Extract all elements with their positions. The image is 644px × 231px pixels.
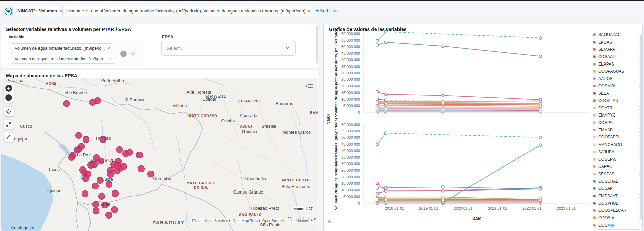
attribution-link[interactable]: OpenStreetMap contributors	[262, 219, 309, 223]
variable-label: Variable	[9, 35, 24, 40]
legend-item-cosaalt[interactable]: COSAALT	[593, 53, 642, 60]
map-zoom-level: zoom: 4.27	[292, 206, 314, 211]
map-svg[interactable]: PucallpaPorto VelhoRio BrancoJi-ParanáAl…	[1, 78, 318, 231]
legend-color-dot	[593, 77, 596, 80]
panel-scrollbar[interactable]	[316, 26, 318, 63]
y-tick-label: 15 000 000	[341, 91, 360, 95]
map-label-city: Ribeirão Preto	[251, 206, 279, 211]
epsa-dot	[114, 168, 120, 174]
map-label-country: BRAZIL	[205, 93, 227, 99]
epsa-dot	[69, 154, 75, 161]
variable-pill-1[interactable]: Volumen de agua potable facturado, (m3/p…	[11, 43, 113, 53]
legend-item-coopaguas[interactable]: COOPAGUAS	[593, 68, 642, 75]
legend-item-coopappi[interactable]: COOPAPPI	[593, 134, 642, 141]
legend-item-manchaco[interactable]: MANCHACO	[593, 141, 642, 148]
selector-panel-title: Selector variables relativas a volumen p…	[6, 27, 131, 32]
legend-item-cosmin[interactable]: COSMIN	[593, 222, 642, 228]
series-line	[377, 133, 386, 144]
legend-item-elapas[interactable]: ELAPAS	[593, 60, 642, 68]
map-label-state: MATO GROSSO	[188, 114, 217, 118]
variable-pill-2[interactable]: Volumen de aguas residuales tratadas, (m…	[11, 54, 115, 64]
legend-item-coatri[interactable]: COATRI	[593, 104, 642, 112]
dashboard: ININCAT1: Volumen × ininname: is one of …	[0, 0, 644, 231]
legend-item-menu-icon[interactable]	[638, 223, 642, 228]
legend-item-cosphul[interactable]: COSPHUL	[593, 200, 642, 207]
y-tick-label: 10 000 000	[341, 97, 360, 101]
legend-item-sajuba[interactable]: SAJUBA	[593, 148, 642, 156]
x-tick-label: 2019-01-01	[419, 206, 438, 210]
legend-item-coospelcar[interactable]: COOSPELCAR	[593, 207, 642, 214]
map-attribution[interactable]: Elastic Maps Service, OpenMapTiles, Open…	[191, 218, 314, 223]
y-tick-label: 35 000 000	[341, 65, 360, 69]
legend-toggle-button[interactable]	[326, 219, 332, 225]
y-tick-label: 35 000 000	[341, 155, 360, 159]
add-filter-button[interactable]: + Add filter	[316, 8, 338, 13]
draw-tools-button[interactable]	[4, 132, 14, 142]
legend-item-label: COSAALT	[598, 54, 637, 59]
legend-item-seapas[interactable]: SEAPAS	[593, 170, 642, 178]
locate-button[interactable]	[4, 107, 14, 116]
crosshair-icon	[6, 108, 12, 114]
clear-all-icon[interactable]: ×	[120, 51, 127, 57]
series-line	[377, 107, 541, 108]
close-icon[interactable]: ×	[308, 8, 311, 14]
filter-pill-ininname[interactable]: ininname: is one of Volumen de agua pota…	[62, 6, 314, 16]
legend-item-label: COSAP	[598, 186, 637, 191]
filter-icon[interactable]	[4, 7, 13, 18]
zoom-out-button[interactable]: −	[5, 94, 12, 101]
legend-color-dot	[593, 173, 596, 175]
epsa-dot	[63, 101, 70, 107]
y-tick-label: 55 000 000	[341, 38, 360, 42]
series-point	[376, 98, 379, 100]
map-label-city: Vilhena	[172, 103, 187, 108]
close-icon[interactable]: ×	[108, 46, 110, 51]
legend-item-cosepw[interactable]: COSEPW	[593, 156, 642, 163]
close-icon[interactable]: ×	[59, 8, 62, 14]
map-legend-toggle[interactable]	[305, 82, 313, 91]
legend-hscrollbar[interactable]	[598, 229, 640, 230]
legend-item-epsas[interactable]: EPSAS	[593, 38, 642, 46]
filter-pill-inincat[interactable]: ININCAT1: Volumen ×	[12, 6, 66, 16]
series-point	[376, 199, 379, 201]
map-label-city: Porto Velho	[101, 78, 124, 83]
legend-item-coschal[interactable]: COSCHAL	[593, 178, 642, 185]
legend-item-sela[interactable]: SELA	[593, 90, 642, 97]
close-icon[interactable]: ×	[109, 56, 112, 61]
map-label-city: Goiânia	[242, 129, 258, 134]
attribution-link[interactable]: OpenMapTiles	[233, 219, 257, 223]
legend-item-empsaat[interactable]: EMPSAAT	[593, 192, 642, 200]
epsa-select[interactable]: Select...	[161, 41, 296, 56]
fit-to-data-button[interactable]	[4, 120, 14, 129]
legend-item-cosap[interactable]: COSAP	[593, 185, 642, 192]
legend-scrollbar[interactable]	[640, 35, 642, 219]
chevron-down-icon[interactable]	[130, 51, 136, 58]
series-point	[376, 143, 379, 146]
map-label-city: Tacna	[48, 167, 60, 172]
legend-item-emaab[interactable]: EMAAB	[593, 126, 642, 134]
map-label-country: PARAGUAY	[152, 220, 184, 225]
legend-item-cospail[interactable]: COSPAIL	[593, 119, 642, 126]
legend-item-saguapac[interactable]: SAGUAPAC	[593, 31, 642, 38]
series-point	[442, 186, 444, 188]
legend-item-coosiv[interactable]: COOSIV	[593, 214, 642, 222]
series-point	[539, 188, 542, 190]
variable-combobox[interactable]: Volumen de agua potable facturado, (m3/p…	[8, 41, 144, 66]
legend-item-semapa[interactable]: SEMAPA	[593, 46, 642, 53]
map-label-country: BOLIVIA	[90, 157, 114, 163]
epsa-label: EPSA	[162, 35, 173, 40]
map-label-state: GOIÁS	[240, 125, 253, 129]
legend-item-aapos[interactable]: AAPOS	[593, 75, 642, 82]
legend-item-cooplan[interactable]: COOPLAN	[593, 97, 642, 104]
attribution-link[interactable]: Elastic Maps Service	[192, 219, 227, 223]
epsa-placeholder: Select...	[166, 46, 285, 51]
y-tick-label: 5 000 000	[343, 195, 360, 199]
map-canvas[interactable]: PucallpaPorto VelhoRio BrancoJi-ParanáAl…	[1, 78, 318, 231]
legend-item-capag[interactable]: CAPAG	[593, 163, 642, 170]
series-point	[384, 99, 387, 101]
legend-item-label: COOSIV	[598, 215, 637, 220]
zoom-in-button[interactable]: +	[5, 85, 12, 92]
legend-item-label: SAGUAPAC	[598, 32, 637, 37]
series-line	[377, 198, 541, 199]
legend-item-cosmol[interactable]: COSMOL	[593, 82, 642, 90]
legend-item-emapyc[interactable]: EMAPYC	[593, 112, 642, 119]
